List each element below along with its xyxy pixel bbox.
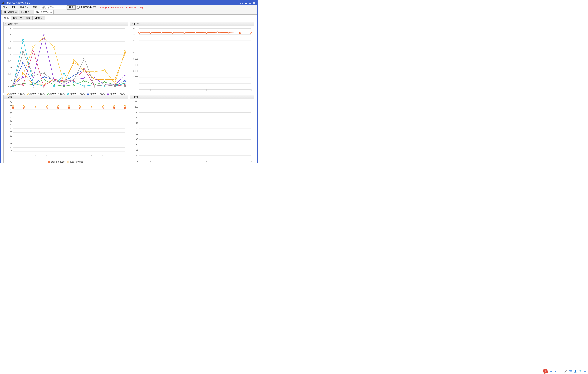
svg-text:0: 0 [11, 154, 12, 156]
svg-text:20: 20 [136, 149, 138, 151]
svg-point-96 [124, 80, 126, 82]
svg-point-132 [124, 85, 126, 87]
svg-point-46 [104, 79, 105, 80]
svg-point-77 [53, 85, 54, 87]
svg-point-55 [74, 59, 75, 61]
legend-item[interactable]: 磁盘：0writes [67, 160, 84, 163]
svg-point-56 [84, 71, 85, 72]
menu-item-3[interactable]: 帮助 [31, 5, 39, 10]
svg-point-53 [53, 46, 54, 48]
svg-point-130 [104, 84, 105, 85]
svg-text:2,000: 2,000 [133, 76, 138, 78]
close-icon[interactable]: ✕ [15, 11, 17, 13]
tab-sysinfo[interactable]: 显示系统信息✕ [34, 10, 53, 14]
search-button[interactable]: 搜索 [67, 5, 76, 10]
svg-point-174 [228, 32, 230, 33]
chart-cpu: 0.000.050.100.150.200.250.300.350.400.45 [4, 26, 128, 91]
svg-point-238 [113, 105, 115, 107]
svg-text:0.00: 0.00 [8, 86, 12, 88]
svg-point-128 [84, 58, 85, 59]
collapse-icon: ▼ [5, 96, 7, 98]
svg-text:0: 0 [137, 88, 138, 91]
open-new-window-input[interactable] [77, 6, 80, 9]
document-tabs: 临时记事本✕ 欢迎指导✕ 显示系统信息✕ [0, 10, 257, 15]
panel-disk-header[interactable]: ▼磁盘 [4, 95, 128, 99]
svg-text:10: 10 [136, 154, 138, 157]
menu-item-0[interactable]: 菜单 [1, 5, 10, 10]
chart-net: 0102030405060708090100110 [130, 99, 254, 163]
svg-point-57 [94, 71, 95, 72]
svg-text:50: 50 [10, 116, 12, 118]
svg-point-88 [43, 76, 44, 78]
svg-point-131 [114, 85, 116, 87]
svg-point-98 [22, 76, 24, 78]
close-icon[interactable]: ✕ [50, 11, 52, 13]
svg-point-70 [104, 81, 105, 83]
menu-item-2[interactable]: 更多工具 [18, 5, 31, 10]
svg-point-239 [124, 105, 126, 107]
svg-point-222 [57, 107, 59, 109]
panel-cpu-header[interactable]: ▼cpu占用率 [4, 22, 128, 26]
svg-text:60: 60 [10, 108, 12, 110]
tab-notepad[interactable]: 临时记事本✕ [1, 10, 19, 14]
svg-text:10: 10 [10, 147, 12, 149]
expand-icon[interactable] [240, 1, 244, 5]
inner-tab-overview[interactable]: 概览 [2, 16, 11, 20]
svg-point-0 [3, 3, 4, 3]
svg-point-167 [150, 32, 151, 33]
svg-text:90: 90 [136, 111, 138, 113]
panel-net-header[interactable]: ▼网络 [130, 95, 254, 99]
svg-point-170 [183, 32, 185, 33]
inner-tabs: 概览 系统信息 磁盘 VM概要 [2, 16, 256, 20]
svg-text:0.20: 0.20 [8, 60, 12, 62]
menu-item-1[interactable]: 工具 [10, 5, 18, 10]
svg-point-116 [84, 68, 85, 70]
svg-point-168 [161, 32, 162, 33]
svg-point-78 [63, 74, 65, 75]
panel-disk: ▼磁盘 0510152025303540455055606570 磁盘：0rea… [3, 95, 128, 163]
inner-tab-system[interactable]: 系统信息 [11, 16, 24, 20]
svg-point-172 [206, 32, 207, 33]
svg-point-51 [33, 46, 34, 48]
svg-point-125 [53, 80, 54, 82]
legend-item[interactable]: 磁盘：0reads [48, 160, 64, 163]
minimize-button[interactable] [244, 1, 248, 5]
svg-point-176 [251, 32, 252, 34]
close-button[interactable] [252, 1, 256, 5]
svg-point-68 [84, 80, 85, 82]
app-icon [2, 1, 5, 4]
svg-text:0.30: 0.30 [8, 47, 12, 49]
svg-point-127 [74, 79, 75, 80]
svg-point-122 [22, 51, 24, 53]
svg-point-224 [79, 107, 81, 109]
svg-text:70: 70 [10, 101, 12, 103]
svg-text:7,000: 7,000 [133, 46, 138, 48]
svg-text:40: 40 [10, 124, 12, 126]
open-new-window-checkbox[interactable]: 在新窗口中打开 [77, 6, 96, 9]
chart-disk: 0510152025303540455055606570 [4, 99, 128, 160]
svg-rect-2 [249, 2, 251, 4]
svg-point-235 [79, 105, 81, 107]
inner-tab-vm[interactable]: VM概要 [33, 16, 45, 20]
tab-welcome[interactable]: 欢迎指导✕ [19, 10, 34, 14]
svg-point-223 [68, 107, 70, 109]
search-input[interactable] [40, 6, 66, 10]
svg-point-220 [35, 107, 36, 109]
svg-point-91 [74, 75, 75, 76]
panel-mem-header[interactable]: ▼内存 [130, 22, 254, 26]
panel-cpu: ▼cpu占用率 0.000.050.100.150.200.250.300.35… [3, 21, 128, 93]
svg-point-221 [46, 107, 47, 109]
svg-point-232 [46, 105, 47, 107]
inner-tab-disk[interactable]: 磁盘 [24, 16, 33, 20]
close-icon[interactable]: ✕ [30, 11, 32, 13]
svg-point-234 [68, 105, 70, 107]
svg-text:35: 35 [10, 128, 12, 129]
svg-point-230 [23, 105, 25, 107]
svg-text:0.45: 0.45 [8, 27, 12, 30]
legend-disk: 磁盘：0reads磁盘：0writes [4, 160, 128, 163]
svg-point-228 [124, 107, 126, 109]
svg-point-105 [94, 77, 95, 79]
svg-point-43 [74, 62, 75, 63]
repo-link[interactable]: http://gitee.com/xwintop/xJavaFxTool-spr… [99, 6, 143, 9]
maximize-button[interactable] [248, 1, 252, 5]
